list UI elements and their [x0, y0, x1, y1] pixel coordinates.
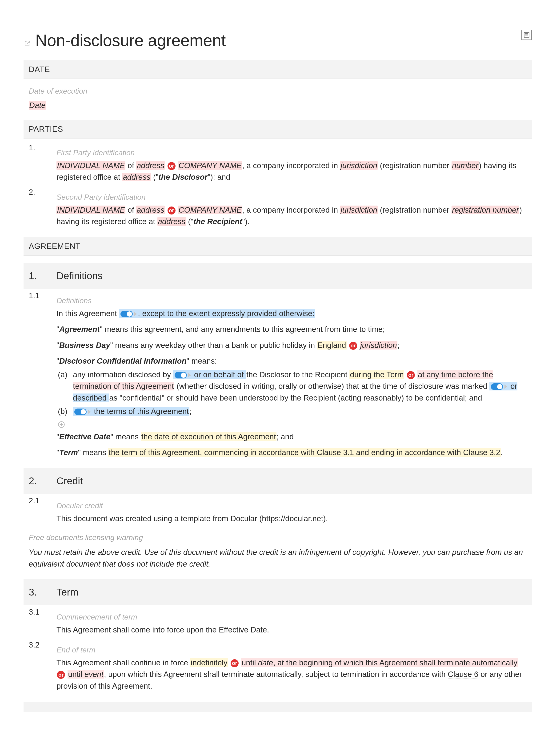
term-effective-date: Effective Date [59, 432, 111, 441]
section-date: DATE [23, 60, 532, 79]
clause-1-1: 1.1 Definitions In this Agreement , exce… [23, 289, 532, 461]
hint-date-execution: Date of execution [23, 79, 532, 98]
toggle-onbehalf[interactable] [175, 372, 191, 379]
field-party1-addr[interactable]: address [136, 161, 165, 170]
text: or on behalf of [192, 370, 246, 379]
term-agreement: Agreement [59, 325, 100, 333]
field-party2-company[interactable]: COMPANY NAME [178, 205, 242, 214]
add-item-button[interactable] [58, 420, 65, 427]
text: of [125, 161, 136, 170]
field-party1-name[interactable]: INDIVIDUAL NAME [56, 161, 125, 170]
page-title: Non-disclosure agreement [35, 28, 226, 53]
link-effective-date[interactable]: Effective Date [219, 625, 267, 634]
opt-until-event[interactable]: until event [67, 670, 104, 679]
heading-title-2: Credit [56, 473, 527, 488]
party-2-number: 2. [29, 186, 45, 228]
page-header: Non-disclosure agreement [23, 28, 532, 53]
text: the Disclosor to the Recipient [246, 370, 349, 379]
opt-eff-date[interactable]: the date of execution of this Agreement [141, 432, 276, 441]
field-party2-addr2[interactable]: address [157, 217, 186, 226]
or-pill[interactable]: or [167, 206, 175, 214]
or-pill[interactable]: or [349, 342, 357, 350]
opt-during-term[interactable]: during the Term [349, 370, 404, 379]
text: , a company incorporated in [242, 161, 340, 170]
opt-until-date[interactable]: until date, at the beginning of which th… [241, 658, 518, 667]
field-until-event[interactable]: event [85, 670, 104, 679]
text: " means [110, 432, 141, 441]
field-party2-name[interactable]: INDIVIDUAL NAME [56, 205, 125, 214]
clause-3-1-text: This Agreement shall come into force upo… [56, 624, 527, 636]
clause-2-1-num: 2.1 [29, 495, 45, 525]
text: This Agreement shall come into force upo… [56, 625, 219, 634]
field-bday-juris[interactable]: jurisdiction [360, 341, 397, 349]
text: " means [78, 448, 108, 457]
party-2-body: Second Party identification INDIVIDUAL N… [56, 186, 527, 228]
text: ; and [276, 432, 294, 441]
hint-definitions: Definitions [56, 290, 527, 308]
text: . [501, 448, 503, 457]
term-business-day: Business Day [59, 341, 110, 349]
party-1-row: 1. First Party identification INDIVIDUAL… [23, 141, 532, 185]
text: ; [189, 407, 191, 416]
text: ; [397, 341, 400, 349]
link-clause-6[interactable]: Clause 6 [448, 670, 478, 679]
clause-2-1: 2.1 Docular credit This document was cre… [23, 494, 532, 527]
heading-title-3: Term [56, 585, 527, 600]
item-b: (b) the terms of this Agreement; [56, 406, 527, 417]
text: "). [242, 217, 250, 226]
field-party1-number[interactable]: number [451, 161, 479, 170]
or-pill[interactable]: or [231, 659, 239, 667]
hint-end-of-term: End of term [56, 639, 527, 657]
field-party2-number[interactable]: registration number [451, 205, 519, 214]
item-b-label: (b) [58, 406, 69, 417]
party-2-text: INDIVIDUAL NAME of address or COMPANY NA… [56, 204, 527, 228]
clause-3-2: 3.2 End of term This Agreement shall con… [23, 638, 532, 694]
clause-3-1-body: Commencement of term This Agreement shal… [56, 606, 527, 636]
opt-term-span[interactable]: the term of this Agreement, commencing i… [108, 448, 501, 457]
field-party1-addr2[interactable]: address [122, 173, 151, 181]
clause-2-1-body: Docular credit This document was created… [56, 495, 527, 525]
or-pill[interactable]: or [57, 671, 65, 679]
hint-party1: First Party identification [56, 142, 527, 160]
text: This Agreement shall continue in force [56, 658, 190, 667]
toggle-terms[interactable] [75, 409, 91, 415]
heading-num-1: 1. [29, 268, 45, 283]
heading-definitions: 1. Definitions [23, 263, 532, 289]
clause-1-1-line: In this Agreement , except to the extent… [56, 308, 527, 319]
field-party1-company[interactable]: COMPANY NAME [178, 161, 242, 170]
text: of [125, 205, 136, 214]
field-party1-juris[interactable]: jurisdiction [340, 161, 378, 170]
text: as "confidential" or should have been un… [109, 394, 482, 402]
field-date[interactable]: Date [29, 101, 46, 110]
item-a-body: any information disclosed by or on behal… [73, 369, 527, 404]
hint-credit: Docular credit [56, 495, 527, 513]
def-business-day: "Business Day" means any weekday other t… [56, 339, 527, 351]
or-pill[interactable]: or [407, 371, 415, 379]
or-pill[interactable]: or [167, 162, 175, 170]
text: until [242, 658, 258, 667]
toc-button[interactable] [522, 30, 532, 40]
footer-band [23, 702, 532, 712]
field-until-date[interactable]: date [258, 658, 273, 667]
edit-icon [23, 39, 31, 46]
clause-2-1-text: This document was created using a templa… [56, 513, 527, 525]
heading-num-2: 2. [29, 473, 45, 488]
clause-3-2-text: This Agreement shall continue in force i… [56, 657, 527, 692]
text: " means any weekday other than a bank or… [110, 341, 317, 349]
text: . [267, 625, 269, 634]
text: (" [151, 173, 158, 181]
clause-3-2-num: 3.2 [29, 639, 45, 692]
toggle-ordescribed[interactable] [491, 384, 507, 390]
clause-3-1-num: 3.1 [29, 606, 45, 636]
opt-indefinitely[interactable]: indefinitely [190, 658, 228, 667]
term-term: Term [59, 448, 78, 457]
item-a-label: (a) [58, 369, 69, 404]
field-party2-juris[interactable]: jurisdiction [340, 205, 378, 214]
party-1-text: INDIVIDUAL NAME of address or COMPANY NA… [56, 160, 527, 183]
toggle-extent[interactable] [121, 311, 137, 317]
opt-england[interactable]: England [317, 341, 346, 349]
item-b-body: the terms of this Agreement; [73, 406, 527, 417]
text: until [68, 670, 85, 679]
def-agreement: "Agreement" means this agreement, and an… [56, 323, 527, 335]
field-party2-addr[interactable]: address [136, 205, 165, 214]
